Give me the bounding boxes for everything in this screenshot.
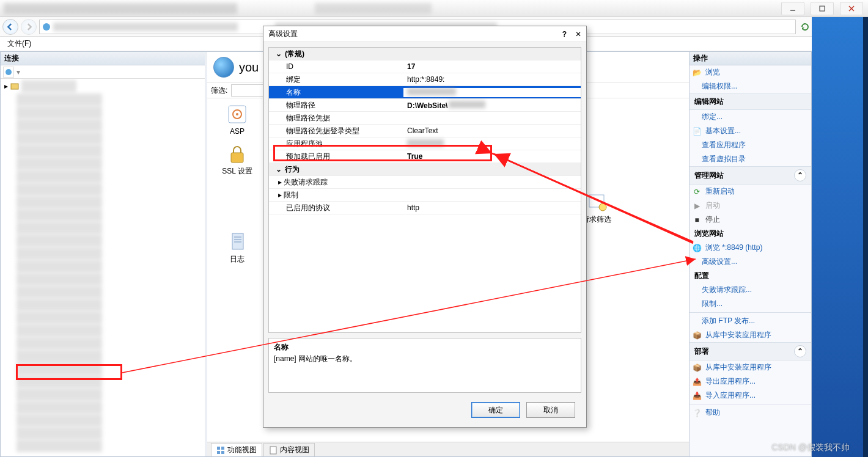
nav-forward-button[interactable] [21,19,37,35]
row-protocols[interactable]: 已启用的协议http [269,202,581,214]
action-limits[interactable]: 限制... [690,297,811,311]
tree-item[interactable] [17,414,102,426]
row-pcred-type[interactable]: 物理路径凭据登录类型ClearText [269,125,581,137]
action-view-apps[interactable]: 查看应用程序 [690,138,811,152]
feature-log[interactable]: 日志 [213,231,261,263]
ok-button[interactable]: 确定 [471,402,520,418]
log-icon [226,231,248,253]
help-small-icon: ❔ [692,408,702,418]
feature-label: ASP [230,128,245,136]
tree-item[interactable] [17,260,102,272]
nav-back-button[interactable] [2,19,18,35]
connections-pane: 连接 ▾ ▸ document.write(Array.from({length… [1,52,207,456]
tree-item[interactable] [17,132,102,144]
tree-item[interactable] [17,247,102,260]
action-lib-install-2[interactable]: 📦从库中安装应用程序 [690,360,811,375]
tree-item[interactable] [17,389,102,401]
action-trace[interactable]: 失败请求跟踪... [690,283,811,297]
tree-item[interactable] [17,427,102,439]
dialog-help-icon[interactable]: ? [562,30,567,38]
row-app-pool[interactable]: 应用程序池 [269,137,581,150]
row-frt[interactable]: ▸失败请求跟踪 [269,176,581,189]
tree-item[interactable] [17,324,102,337]
advanced-settings-dialog: 高级设置 ? ✕ ⌄(常规) ID17 绑定http:*:8849: 名称 物理… [263,26,587,428]
tree-item[interactable] [17,440,102,452]
window-maximize-button[interactable] [811,2,834,15]
tree-item[interactable] [17,350,102,362]
svg-rect-19 [232,233,243,249]
tree-item[interactable] [17,376,102,388]
row-name[interactable]: 名称 [269,86,581,99]
tree-item[interactable] [17,273,102,285]
tree-item[interactable] [17,119,102,131]
dialog-close-icon[interactable]: ✕ [575,30,581,38]
action-bindings[interactable]: 绑定... [690,110,811,124]
collapse-icon[interactable]: ⌄ [275,49,282,58]
tree-item[interactable] [17,235,102,247]
action-import-app[interactable]: 📥导入应用程序... [690,389,811,403]
action-export-app[interactable]: 📤导出应用程序... [690,375,811,389]
row-binding[interactable]: 绑定http:*:8849: [269,73,581,86]
action-add-ftp[interactable]: 添加 FTP 发布... [690,314,811,328]
svg-rect-30 [270,447,276,454]
tree-item[interactable] [17,196,102,208]
tree-item[interactable] [17,145,102,157]
action-browse-url[interactable]: 🌐浏览 *:8849 (http) [690,241,811,255]
feature-ssl[interactable]: SSL 设置 [213,143,261,183]
tree-item[interactable] [17,93,102,106]
cancel-button[interactable]: 取消 [526,402,575,418]
feature-label: SSL 设置 [222,167,252,175]
svg-rect-1 [820,6,825,11]
action-browse[interactable]: 📂浏览 [690,65,811,79]
row-preload[interactable]: 预加载已启用True [269,150,581,163]
row-physical-credentials[interactable]: 物理路径凭据 [269,112,581,125]
actions-group-browse: 浏览网站 [690,227,811,241]
action-lib-install[interactable]: 📦从库中安装应用程序 [690,328,811,342]
cat-behavior[interactable]: ⌄行为 [269,163,581,176]
action-view-vdirs[interactable]: 查看虚拟目录 [690,152,811,166]
feature-asp[interactable]: ASP [213,103,261,136]
tree-item[interactable] [17,363,102,375]
collapse-icon[interactable]: ⌃ [794,169,806,181]
tree-item[interactable] [17,299,102,311]
refresh-icon[interactable] [798,20,812,34]
action-advanced-settings[interactable]: 高级设置... [690,255,811,269]
action-basic-settings[interactable]: 📄基本设置... [690,124,811,138]
row-limits[interactable]: ▸限制 [269,189,581,202]
tree-item[interactable] [17,209,102,221]
doc-icon: 📄 [692,126,702,136]
menu-file[interactable]: 文件(F) [4,37,35,51]
row-id[interactable]: ID17 [269,60,581,73]
window-minimize-button[interactable] [781,2,804,15]
property-grid[interactable]: ⌄(常规) ID17 绑定http:*:8849: 名称 物理路径D:\WebS… [268,47,581,333]
tree-item[interactable] [17,401,102,414]
window-close-button[interactable] [840,2,863,15]
tab-features[interactable]: 功能视图 [211,443,262,456]
cat-general[interactable]: ⌄(常规) [269,48,581,60]
row-physical-path[interactable]: 物理路径D:\WebSite\ [269,99,581,112]
tab-content[interactable]: 内容视图 [263,443,315,456]
action-help[interactable]: ❔帮助 [690,406,811,420]
action-edit-permissions[interactable]: 编辑权限... [690,79,811,93]
tree-item[interactable] [17,106,102,119]
tree-item[interactable] [17,286,102,298]
action-start[interactable]: ▶启动 [690,199,811,213]
tree-item[interactable] [17,337,102,349]
tree-item[interactable] [17,222,102,234]
asp-icon [226,103,248,125]
filter-icon [586,191,608,213]
action-restart[interactable]: ⟳重新启动 [690,185,811,199]
tree-item[interactable] [17,158,102,170]
connections-tree[interactable]: ▸ document.write(Array.from({length:28})… [1,79,205,456]
filter-label: 筛选: [211,86,227,96]
tree-item[interactable] [17,312,102,324]
tree-item[interactable] [17,183,102,196]
collapse-icon[interactable]: ⌃ [794,345,806,357]
action-stop[interactable]: ■停止 [690,213,811,227]
collapse-icon[interactable]: ⌄ [275,165,282,174]
tree-item[interactable] [17,170,102,183]
connect-icon[interactable] [3,67,14,78]
svg-point-13 [236,113,238,115]
stop-small-icon: ■ [692,215,702,225]
window-title-blur [4,3,781,14]
